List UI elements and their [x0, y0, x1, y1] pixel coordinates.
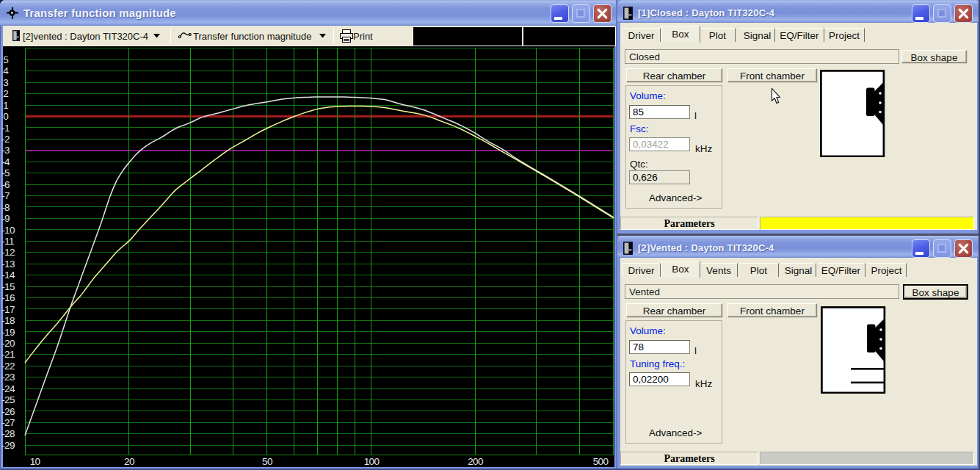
svg-text:-2: -2 [1, 134, 10, 145]
svg-text:-11: -11 [1, 236, 14, 247]
svg-text:-23: -23 [1, 372, 15, 383]
svg-text:-19: -19 [1, 327, 15, 338]
svg-text:-5: -5 [1, 167, 10, 178]
svg-text:-26: -26 [1, 406, 15, 417]
svg-text:4: 4 [3, 65, 9, 76]
svg-text:500: 500 [593, 456, 609, 467]
svg-text:-27: -27 [1, 417, 15, 428]
svg-text:-4: -4 [1, 156, 10, 167]
svg-text:-6: -6 [1, 179, 10, 190]
svg-text:-28: -28 [1, 428, 15, 439]
svg-text:20: 20 [124, 456, 134, 467]
svg-text:-20: -20 [1, 338, 15, 349]
svg-text:-25: -25 [1, 394, 15, 405]
svg-text:200: 200 [468, 456, 483, 467]
svg-text:5: 5 [3, 54, 8, 65]
svg-text:-17: -17 [1, 304, 15, 315]
svg-text:-8: -8 [1, 202, 10, 213]
svg-text:-18: -18 [1, 315, 15, 326]
svg-text:10: 10 [30, 456, 40, 467]
svg-text:-15: -15 [1, 281, 15, 292]
svg-text:-10: -10 [1, 225, 15, 236]
svg-text:-1: -1 [1, 123, 10, 134]
svg-text:100: 100 [364, 456, 380, 467]
svg-text:-9: -9 [1, 213, 10, 224]
svg-text:0: 0 [3, 111, 8, 122]
svg-text:50: 50 [262, 456, 272, 467]
svg-text:-24: -24 [1, 383, 15, 394]
svg-text:2: 2 [3, 88, 8, 99]
svg-text:-29: -29 [1, 440, 15, 451]
svg-text:-22: -22 [1, 361, 15, 372]
svg-text:-16: -16 [1, 292, 15, 303]
svg-text:1: 1 [3, 100, 8, 111]
svg-text:-14: -14 [1, 270, 15, 281]
svg-text:-3: -3 [1, 145, 10, 156]
svg-text:-21: -21 [1, 349, 15, 360]
svg-text:3: 3 [3, 77, 8, 88]
svg-text:-13: -13 [1, 258, 15, 270]
svg-text:-7: -7 [1, 190, 10, 201]
svg-text:-12: -12 [1, 247, 15, 258]
